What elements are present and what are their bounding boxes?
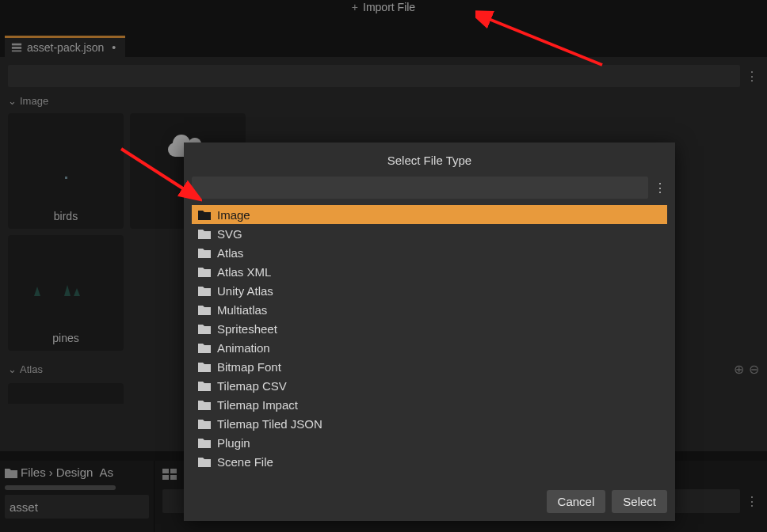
svg-marker-3 xyxy=(34,287,40,296)
main-filter-input[interactable] xyxy=(8,65,740,87)
folder-icon xyxy=(198,381,211,391)
main-menu-button[interactable]: ⋮ xyxy=(745,65,759,87)
folder-icon xyxy=(198,457,211,467)
remove-icon[interactable]: ⊖ xyxy=(749,362,759,377)
file-type-item[interactable]: Atlas xyxy=(192,243,667,262)
tab-filename: asset-pack.json xyxy=(27,41,104,54)
blocks-icon xyxy=(162,469,177,480)
file-type-label: Image xyxy=(217,208,250,222)
svg-rect-8 xyxy=(162,475,169,480)
svg-marker-4 xyxy=(64,285,71,296)
file-type-label: Plugin xyxy=(217,436,250,450)
plus-icon: + xyxy=(352,1,358,13)
svg-rect-7 xyxy=(170,469,177,473)
folder-icon xyxy=(198,248,211,258)
folder-icon xyxy=(198,343,211,353)
dialog-menu-button[interactable]: ⋮ xyxy=(653,177,667,199)
file-type-item[interactable]: Atlas XML xyxy=(192,262,667,281)
select-file-type-dialog: Select File Type ⋮ ImageSVGAtlasAtlas XM… xyxy=(184,142,675,521)
file-type-label: Bitmap Font xyxy=(217,360,281,374)
file-type-label: Scene File xyxy=(217,455,273,469)
file-type-item[interactable]: Tilemap Impact xyxy=(192,395,667,414)
blocks-menu-button[interactable]: ⋮ xyxy=(745,490,759,512)
file-type-item[interactable]: Animation xyxy=(192,338,667,357)
dialog-filter-input[interactable] xyxy=(192,177,648,199)
file-icon xyxy=(11,42,22,53)
dirty-indicator: • xyxy=(109,41,116,54)
svg-rect-9 xyxy=(170,475,177,480)
folder-icon xyxy=(198,210,211,220)
breadcrumb-root[interactable]: Files xyxy=(21,466,46,479)
svg-rect-1 xyxy=(12,47,21,49)
section-atlas-label: Atlas xyxy=(20,363,43,375)
asset-thumb[interactable] xyxy=(8,383,124,404)
files-filter: ✕ ⋮ xyxy=(5,495,149,519)
import-file-button[interactable]: + Import File xyxy=(0,0,767,14)
section-image-header[interactable]: ⌄ Image xyxy=(8,95,759,107)
dialog-title: Select File Type xyxy=(192,150,667,177)
file-type-item[interactable]: SVG xyxy=(192,224,667,243)
folder-icon xyxy=(5,467,17,478)
breadcrumb-partial: As xyxy=(99,466,113,479)
file-type-label: Atlas XML xyxy=(217,265,271,279)
add-icon[interactable]: ⊕ xyxy=(734,362,744,377)
file-type-label: Tilemap Tiled JSON xyxy=(217,417,322,431)
folder-icon xyxy=(198,267,211,277)
tab-asset-pack[interactable]: asset-pack.json • xyxy=(5,36,125,57)
file-type-item[interactable]: Unity Atlas xyxy=(192,281,667,300)
chevron-down-icon: ⌄ xyxy=(8,95,17,107)
section-atlas-header[interactable]: ⌄ Atlas xyxy=(8,363,43,375)
folder-icon xyxy=(198,324,211,334)
folder-icon xyxy=(198,419,211,429)
tab-bar: asset-pack.json • xyxy=(0,35,767,57)
file-type-item[interactable]: Scene File xyxy=(192,452,667,471)
file-type-label: Unity Atlas xyxy=(217,284,273,298)
section-image-label: Image xyxy=(20,95,48,107)
folder-icon xyxy=(198,362,211,372)
svg-marker-5 xyxy=(74,288,80,296)
asset-thumb-pines[interactable]: pines xyxy=(8,235,124,351)
asset-preview xyxy=(8,113,124,210)
file-type-item[interactable]: Tilemap Tiled JSON xyxy=(192,414,667,433)
file-type-label: Tilemap Impact xyxy=(217,398,298,412)
cancel-button[interactable]: Cancel xyxy=(547,490,606,513)
asset-thumb-birds[interactable]: birds xyxy=(8,113,124,229)
file-type-item[interactable]: Multiatlas xyxy=(192,300,667,319)
file-type-list: ImageSVGAtlasAtlas XMLUnity AtlasMultiat… xyxy=(192,205,667,484)
asset-preview xyxy=(8,235,124,332)
select-button[interactable]: Select xyxy=(612,490,667,513)
folder-icon xyxy=(198,400,211,410)
file-type-label: Animation xyxy=(217,341,270,355)
folder-icon xyxy=(198,286,211,296)
import-file-label: Import File xyxy=(363,1,415,13)
file-type-label: Spritesheet xyxy=(217,322,277,336)
file-type-label: Atlas xyxy=(217,246,243,260)
file-type-item[interactable]: Bitmap Font xyxy=(192,357,667,376)
scrollbar-horizontal[interactable] xyxy=(5,485,116,490)
file-type-item[interactable]: Image xyxy=(192,205,667,224)
file-type-item[interactable]: Plugin xyxy=(192,433,667,452)
file-type-label: Tilemap CSV xyxy=(217,379,287,393)
folder-icon xyxy=(198,305,211,315)
file-type-item[interactable]: Spritesheet xyxy=(192,319,667,338)
folder-icon xyxy=(198,229,211,239)
chevron-right-icon: › xyxy=(49,466,53,479)
file-type-item[interactable]: Tilemap CSV xyxy=(192,376,667,395)
files-panel: Files › Design As ✕ ⋮ xyxy=(0,461,155,532)
svg-rect-2 xyxy=(12,51,21,52)
svg-rect-6 xyxy=(162,469,169,473)
files-filter-input[interactable] xyxy=(10,500,160,514)
file-type-label: SVG xyxy=(217,227,242,241)
asset-label: pines xyxy=(52,332,78,344)
chevron-down-icon: ⌄ xyxy=(8,363,17,375)
folder-icon xyxy=(198,438,211,448)
asset-label: birds xyxy=(54,210,78,222)
breadcrumb[interactable]: Files › Design As xyxy=(5,466,149,479)
breadcrumb-folder[interactable]: Design xyxy=(56,466,93,479)
file-type-label: Multiatlas xyxy=(217,303,267,317)
svg-rect-0 xyxy=(12,44,21,46)
